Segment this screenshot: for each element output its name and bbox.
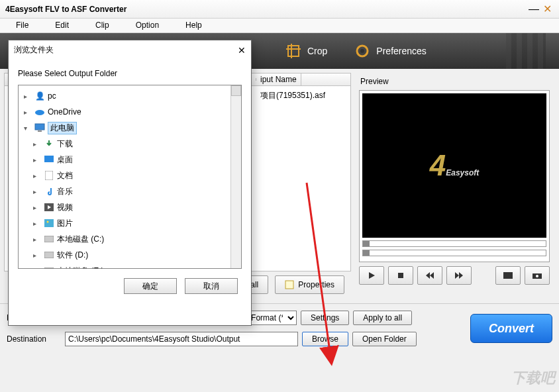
svg-rect-22 [44,219,54,227]
preview-panel: 4Easysoft [359,90,550,262]
svg-point-23 [47,221,49,223]
svg-point-14 [536,275,538,277]
dialog-prompt: Please Select Output Folder [9,60,251,85]
close-button[interactable]: ✕ [540,3,554,15]
settings-button[interactable]: Settings [301,311,349,325]
svg-rect-17 [38,130,42,132]
music-icon [44,186,54,197]
play-button[interactable] [359,266,384,285]
drive-icon [44,234,54,244]
watermark: 下载吧 [511,368,555,388]
stop-button[interactable] [388,266,413,285]
svg-rect-7 [398,273,403,278]
drive-icon [44,266,54,269]
tree-item-onedrive[interactable]: ▸OneDrive [20,104,240,120]
seek-bar[interactable] [362,250,546,256]
tree-item-videos[interactable]: ▸视频 [20,199,240,215]
video-icon [44,202,54,213]
fullscreen-button[interactable] [495,266,521,285]
tree-scrollbar[interactable] [230,85,241,268]
properties-icon [285,280,294,289]
svg-rect-0 [288,46,299,56]
cloud-icon [34,107,45,117]
dialog-close-icon[interactable]: ✕ [238,45,246,56]
seek-thumb[interactable] [363,250,370,256]
crop-icon [285,42,302,60]
svg-point-4 [360,49,364,53]
tree-item-music[interactable]: ▸音乐 [20,183,240,199]
folder-browser-dialog: 浏览文件夹 ✕ Please Select Output Folder ▸👤pc… [8,40,252,326]
snapshot-button[interactable] [525,266,550,285]
destination-label: Destination [7,334,60,344]
tree-item-pictures[interactable]: ▸图片 [20,215,240,231]
film-decoration [506,33,546,69]
col-output-name[interactable]: iput Name [256,74,301,85]
svg-rect-25 [44,252,54,258]
svg-rect-24 [44,236,54,242]
gear-icon [354,42,371,60]
open-folder-button[interactable]: Open Folder [352,332,417,346]
tree-item-disk-e[interactable]: ▸本地磁盘 (E:) [20,263,240,269]
crop-button[interactable]: Crop [285,42,327,60]
menu-file[interactable]: File [3,19,42,32]
progress-thumb[interactable] [363,241,370,246]
picture-icon [44,218,54,228]
browse-button[interactable]: Browse [302,332,348,346]
folder-tree[interactable]: ▸👤pc ▸OneDrive ▾此电脑 ▸下载 ▸桌面 ▸文档 ▸音乐 ▸视频 … [18,85,242,269]
svg-rect-16 [35,124,44,130]
dialog-cancel-button[interactable]: 取消 [185,278,238,294]
tree-item-disk-d[interactable]: ▸软件 (D:) [20,247,240,263]
svg-rect-2 [291,44,292,58]
tree-item-downloads[interactable]: ▸下载 [20,136,240,152]
svg-rect-12 [503,272,513,279]
prev-button[interactable] [417,266,442,285]
svg-rect-18 [44,156,54,162]
menu-bar: File Edit Clip Option Help [0,19,559,33]
tree-item-desktop[interactable]: ▸桌面 [20,152,240,168]
svg-point-15 [35,110,44,115]
tree-item-disk-c[interactable]: ▸本地磁盘 (C:) [20,231,240,247]
menu-edit[interactable]: Edit [42,19,82,32]
drive-icon [44,250,54,260]
preview-screen: 4Easysoft [362,93,546,238]
svg-rect-26 [44,268,54,269]
menu-option[interactable]: Option [123,19,172,32]
document-icon [44,170,54,181]
destination-input[interactable] [65,332,298,346]
preview-label: Preview [359,73,550,90]
svg-marker-6 [369,272,375,279]
title-bar: 4Easysoft FLV to ASF Converter — ✕ [0,0,559,19]
brand-logo: 4Easysoft [430,149,480,182]
computer-icon [34,122,45,133]
minimize-button[interactable]: — [527,3,540,15]
svg-marker-9 [430,272,434,279]
tree-item-documents[interactable]: ▸文档 [20,168,240,183]
properties-button[interactable]: Properties [275,275,344,294]
apply-all-button[interactable]: Apply to all [353,311,412,325]
desktop-icon [44,154,54,165]
user-icon: 👤 [34,91,45,101]
crop-label: Crop [307,46,327,56]
tree-item-pc[interactable]: ▸👤pc [20,88,240,104]
svg-marker-11 [459,272,463,279]
svg-rect-19 [45,171,53,180]
tree-item-thispc[interactable]: ▾此电脑 [20,120,240,136]
menu-clip[interactable]: Clip [82,19,123,32]
svg-rect-1 [286,48,301,50]
progress-bar[interactable] [362,240,546,247]
dialog-title: 浏览文件夹 [14,44,238,56]
svg-marker-8 [426,272,430,279]
window-title: 4Easysoft FLV to ASF Converter [5,5,527,14]
convert-button[interactable]: Convert [470,314,552,343]
svg-marker-10 [455,272,459,279]
next-button[interactable] [446,266,472,285]
download-icon [44,138,54,149]
svg-rect-5 [285,281,293,289]
dialog-ok-button[interactable]: 确定 [124,278,177,294]
preferences-button[interactable]: Preferences [354,42,426,60]
preferences-label: Preferences [376,46,426,56]
menu-help[interactable]: Help [172,19,215,32]
